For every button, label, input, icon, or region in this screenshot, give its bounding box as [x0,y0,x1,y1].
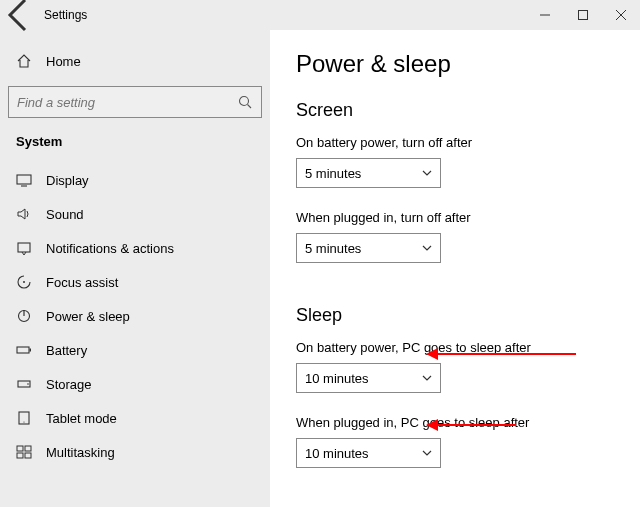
minimize-icon [540,10,550,20]
chevron-down-icon [422,168,432,178]
sidebar-item-label: Power & sleep [46,309,130,324]
sidebar-item-label: Focus assist [46,275,118,290]
focus-assist-icon [16,274,32,290]
screen-heading: Screen [296,100,614,121]
sleep-battery-dropdown[interactable]: 10 minutes [296,363,441,393]
sleep-battery-label: On battery power, PC goes to sleep after [296,340,614,355]
dropdown-value: 5 minutes [305,166,361,181]
screen-plugged-dropdown[interactable]: 5 minutes [296,233,441,263]
svg-rect-12 [17,347,29,353]
svg-rect-6 [17,175,31,184]
search-icon [237,94,253,110]
sidebar-item-battery[interactable]: Battery [8,333,262,367]
minimize-button[interactable] [526,0,564,30]
content-area: Power & sleep Screen On battery power, t… [270,30,640,507]
chevron-down-icon [422,373,432,383]
screen-battery-label: On battery power, turn off after [296,135,614,150]
window-titlebar: Settings [0,0,640,30]
sidebar-item-focus-assist[interactable]: Focus assist [8,265,262,299]
multitasking-icon [16,444,32,460]
svg-point-17 [23,421,24,422]
sidebar-item-label: Display [46,173,89,188]
svg-rect-20 [17,453,23,458]
sidebar: Home System Display Sound Notifications … [0,30,270,507]
category-heading: System [8,130,262,163]
arrow-left-icon [0,0,40,35]
screen-plugged-label: When plugged in, turn off after [296,210,614,225]
notifications-icon [16,240,32,256]
home-label: Home [46,54,81,69]
sidebar-item-sound[interactable]: Sound [8,197,262,231]
storage-icon [16,376,32,392]
back-button[interactable] [0,0,40,30]
sidebar-item-label: Sound [46,207,84,222]
search-input[interactable] [17,95,237,110]
battery-icon [16,342,32,358]
svg-rect-1 [579,11,588,20]
chevron-down-icon [422,243,432,253]
home-icon [16,53,32,69]
sidebar-item-display[interactable]: Display [8,163,262,197]
sidebar-item-label: Battery [46,343,87,358]
tablet-icon [16,410,32,426]
svg-point-9 [23,281,25,283]
sidebar-item-label: Notifications & actions [46,241,174,256]
svg-rect-8 [18,243,30,252]
svg-rect-18 [17,446,23,451]
svg-point-4 [240,97,249,106]
svg-point-15 [27,383,29,385]
close-icon [616,10,626,20]
sidebar-item-label: Multitasking [46,445,115,460]
dropdown-value: 5 minutes [305,241,361,256]
page-title: Power & sleep [296,50,614,78]
svg-line-5 [248,105,252,109]
svg-rect-19 [25,446,31,451]
home-nav[interactable]: Home [8,44,262,78]
app-title: Settings [44,8,87,22]
sound-icon [16,206,32,222]
chevron-down-icon [422,448,432,458]
sidebar-item-power-sleep[interactable]: Power & sleep [8,299,262,333]
sidebar-item-multitasking[interactable]: Multitasking [8,435,262,469]
svg-rect-13 [30,349,32,352]
screen-battery-dropdown[interactable]: 5 minutes [296,158,441,188]
sidebar-item-storage[interactable]: Storage [8,367,262,401]
dropdown-value: 10 minutes [305,371,369,386]
sidebar-item-notifications[interactable]: Notifications & actions [8,231,262,265]
power-icon [16,308,32,324]
sidebar-item-label: Storage [46,377,92,392]
sidebar-item-tablet-mode[interactable]: Tablet mode [8,401,262,435]
close-button[interactable] [602,0,640,30]
display-icon [16,172,32,188]
sleep-plugged-dropdown[interactable]: 10 minutes [296,438,441,468]
svg-rect-21 [25,453,31,458]
dropdown-value: 10 minutes [305,446,369,461]
sleep-heading: Sleep [296,305,614,326]
search-box[interactable] [8,86,262,118]
sidebar-item-label: Tablet mode [46,411,117,426]
maximize-icon [578,10,588,20]
sleep-plugged-label: When plugged in, PC goes to sleep after [296,415,614,430]
maximize-button[interactable] [564,0,602,30]
